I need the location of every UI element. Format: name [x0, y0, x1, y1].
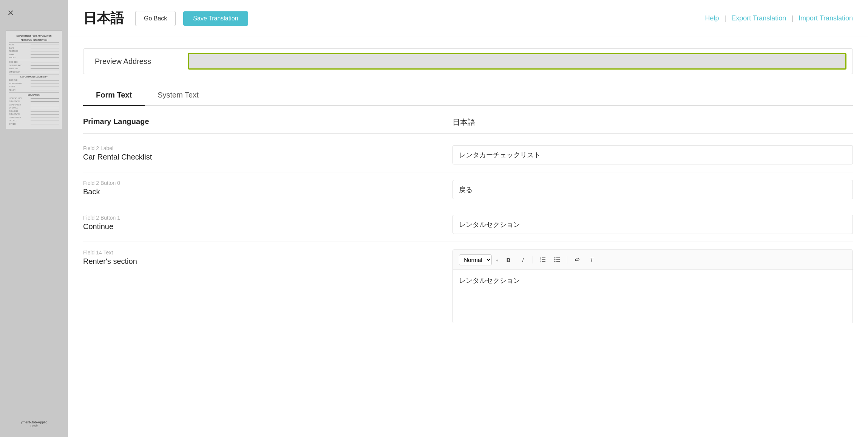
- tab-system-text[interactable]: System Text: [145, 85, 212, 106]
- rich-text-editor: Normal ⬥ B I 1.: [453, 249, 853, 323]
- import-translation-link[interactable]: Import Translation: [798, 14, 853, 22]
- toolbar-ordered-list-button[interactable]: 1. 2. 3.: [537, 254, 549, 266]
- table-row: Field 14 Text Renter's section Normal ⬥ …: [83, 242, 853, 331]
- translation-col-richtext: Normal ⬥ B I 1.: [453, 249, 853, 323]
- translation-col: [453, 180, 853, 199]
- toolbar-clear-format-button[interactable]: T: [585, 254, 598, 266]
- field-value: Back: [83, 188, 441, 196]
- tab-form-text[interactable]: Form Text: [83, 85, 145, 106]
- table-row: Field 2 Button 0 Back: [83, 172, 853, 207]
- separator-1: |: [724, 14, 726, 22]
- sidebar: × EMPLOYMENT / JOB APPLICATION PERSONAL …: [0, 0, 68, 437]
- translation-input[interactable]: [453, 180, 853, 199]
- col-translation-header: 日本語: [453, 117, 853, 127]
- field-meta: Field 14 Text: [83, 249, 441, 256]
- toolbar-italic-button[interactable]: I: [517, 254, 529, 266]
- go-back-button[interactable]: Go Back: [135, 11, 176, 26]
- svg-point-11: [554, 261, 556, 262]
- svg-point-10: [554, 259, 556, 260]
- field-meta: Field 2 Button 0: [83, 180, 441, 186]
- translation-input[interactable]: [453, 215, 853, 234]
- col-primary-header: Primary Language: [83, 117, 453, 127]
- toolbar-divider: [533, 256, 533, 263]
- field-value: Continue: [83, 222, 441, 231]
- preview-subtitle: PERSONAL INFORMATION: [9, 39, 59, 42]
- page-title: 日本語: [83, 9, 124, 28]
- help-link[interactable]: Help: [705, 14, 719, 22]
- form-preview: EMPLOYMENT / JOB APPLICATION PERSONAL IN…: [6, 30, 62, 129]
- svg-text:3.: 3.: [540, 260, 541, 263]
- table-header: Primary Language 日本語: [83, 117, 853, 134]
- toolbar-unordered-list-button[interactable]: [551, 254, 563, 266]
- close-icon[interactable]: ×: [8, 8, 14, 18]
- save-translation-button[interactable]: Save Translation: [183, 11, 248, 26]
- export-translation-link[interactable]: Export Translation: [731, 14, 786, 22]
- translation-table: Primary Language 日本語 Field 2 Label Car R…: [83, 117, 853, 331]
- preview-address-row: Preview Address: [83, 48, 853, 74]
- header-right: Help | Export Translation | Import Trans…: [705, 14, 853, 22]
- main-panel: 日本語 Go Back Save Translation Help | Expo…: [68, 0, 868, 437]
- translation-col: [453, 145, 853, 164]
- field-value: Car Rental Checklist: [83, 153, 441, 161]
- primary-col: Field 2 Label Car Rental Checklist: [83, 145, 453, 161]
- preview-address-label: Preview Address: [83, 57, 182, 66]
- table-row: Field 2 Button 1 Continue: [83, 207, 853, 242]
- table-row: Field 2 Label Car Rental Checklist: [83, 138, 853, 172]
- primary-col: Field 2 Button 0 Back: [83, 180, 453, 196]
- preview-title: EMPLOYMENT / JOB APPLICATION: [9, 35, 59, 38]
- translation-col: [453, 215, 853, 234]
- svg-point-9: [554, 257, 556, 259]
- header: 日本語 Go Back Save Translation Help | Expo…: [68, 0, 868, 37]
- field-meta: Field 2 Button 1: [83, 215, 441, 221]
- primary-col: Field 2 Button 1 Continue: [83, 215, 453, 231]
- sidebar-bottom: yment-Job-Applic Draft: [0, 419, 68, 429]
- form-name: yment-Job-Applic: [2, 420, 66, 424]
- form-status: Draft: [2, 424, 66, 428]
- toolbar-format-select[interactable]: Normal: [459, 254, 492, 265]
- toolbar-divider-2: [567, 256, 567, 263]
- tab-bar: Form Text System Text: [83, 85, 853, 106]
- toolbar-link-button[interactable]: [571, 254, 583, 266]
- translation-input[interactable]: [453, 145, 853, 164]
- field-value: Renter's section: [83, 257, 441, 266]
- rich-text-content[interactable]: レンタルセクション: [453, 270, 853, 323]
- toolbar-bold-button[interactable]: B: [502, 254, 514, 266]
- rich-text-toolbar: Normal ⬥ B I 1.: [453, 250, 853, 270]
- preview-address-input[interactable]: [188, 53, 846, 70]
- preview-address-input-wrap: [182, 49, 853, 73]
- separator-2: |: [791, 14, 793, 22]
- field-meta: Field 2 Label: [83, 145, 441, 151]
- primary-col: Field 14 Text Renter's section: [83, 249, 453, 266]
- content-area: Preview Address Form Text System Text Pr…: [68, 37, 868, 437]
